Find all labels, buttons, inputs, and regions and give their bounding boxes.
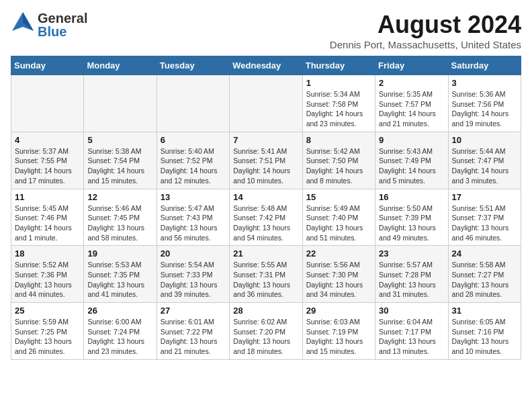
day-info: Sunrise: 5:41 AM Sunset: 7:51 PM Dayligh…: [233, 146, 298, 186]
logo-general: General: [38, 11, 87, 25]
day-info: Sunrise: 5:42 AM Sunset: 7:50 PM Dayligh…: [306, 146, 371, 186]
calendar-week-2: 4Sunrise: 5:37 AM Sunset: 7:55 PM Daylig…: [11, 132, 521, 189]
day-info: Sunrise: 5:40 AM Sunset: 7:52 PM Dayligh…: [161, 146, 226, 186]
day-number: 6: [161, 135, 226, 145]
column-header-wednesday: Wednesday: [230, 56, 302, 75]
day-info: Sunrise: 5:55 AM Sunset: 7:31 PM Dayligh…: [233, 260, 298, 300]
calendar-cell: [157, 75, 229, 132]
day-info: Sunrise: 5:51 AM Sunset: 7:37 PM Dayligh…: [452, 203, 517, 243]
day-info: Sunrise: 5:59 AM Sunset: 7:25 PM Dayligh…: [15, 317, 80, 357]
day-number: 15: [306, 192, 371, 202]
calendar-cell: 2Sunrise: 5:35 AM Sunset: 7:57 PM Daylig…: [375, 75, 448, 132]
day-info: Sunrise: 5:44 AM Sunset: 7:47 PM Dayligh…: [452, 146, 517, 186]
calendar-cell: 13Sunrise: 5:47 AM Sunset: 7:43 PM Dayli…: [157, 189, 229, 246]
calendar-cell: 21Sunrise: 5:55 AM Sunset: 7:31 PM Dayli…: [230, 246, 302, 303]
calendar-cell: 23Sunrise: 5:57 AM Sunset: 7:28 PM Dayli…: [375, 246, 448, 303]
day-number: 11: [15, 192, 80, 202]
calendar-cell: 28Sunrise: 6:02 AM Sunset: 7:20 PM Dayli…: [230, 303, 302, 360]
day-number: 3: [452, 78, 517, 88]
day-info: Sunrise: 5:48 AM Sunset: 7:42 PM Dayligh…: [233, 203, 298, 243]
column-header-friday: Friday: [375, 56, 448, 75]
logo: General Blue: [11, 11, 87, 38]
calendar-cell: 4Sunrise: 5:37 AM Sunset: 7:55 PM Daylig…: [11, 132, 84, 189]
calendar-cell: 20Sunrise: 5:54 AM Sunset: 7:33 PM Dayli…: [157, 246, 229, 303]
calendar-week-5: 25Sunrise: 5:59 AM Sunset: 7:25 PM Dayli…: [11, 303, 521, 360]
column-header-thursday: Thursday: [302, 56, 375, 75]
calendar-cell: 26Sunrise: 6:00 AM Sunset: 7:24 PM Dayli…: [84, 303, 157, 360]
day-number: 13: [161, 192, 226, 202]
day-info: Sunrise: 6:01 AM Sunset: 7:22 PM Dayligh…: [161, 317, 226, 357]
calendar-table: SundayMondayTuesdayWednesdayThursdayFrid…: [11, 56, 521, 360]
page-header: General Blue August 2024 Dennis Port, Ma…: [11, 11, 521, 50]
calendar-cell: [84, 75, 157, 132]
day-number: 18: [15, 248, 80, 259]
day-number: 20: [161, 248, 226, 259]
day-number: 26: [87, 306, 152, 316]
calendar-cell: 6Sunrise: 5:40 AM Sunset: 7:52 PM Daylig…: [157, 132, 229, 189]
day-info: Sunrise: 5:53 AM Sunset: 7:35 PM Dayligh…: [87, 260, 152, 300]
day-info: Sunrise: 5:35 AM Sunset: 7:57 PM Dayligh…: [379, 89, 444, 129]
day-info: Sunrise: 5:50 AM Sunset: 7:39 PM Dayligh…: [379, 203, 444, 243]
day-info: Sunrise: 5:49 AM Sunset: 7:40 PM Dayligh…: [306, 203, 371, 243]
day-info: Sunrise: 5:56 AM Sunset: 7:30 PM Dayligh…: [306, 260, 371, 300]
calendar-cell: 17Sunrise: 5:51 AM Sunset: 7:37 PM Dayli…: [448, 189, 521, 246]
calendar-cell: 25Sunrise: 5:59 AM Sunset: 7:25 PM Dayli…: [11, 303, 84, 360]
day-number: 14: [233, 192, 298, 202]
column-header-tuesday: Tuesday: [157, 56, 229, 75]
day-info: Sunrise: 6:00 AM Sunset: 7:24 PM Dayligh…: [87, 317, 152, 357]
calendar-cell: 3Sunrise: 5:36 AM Sunset: 7:56 PM Daylig…: [448, 75, 521, 132]
calendar-cell: 11Sunrise: 5:45 AM Sunset: 7:46 PM Dayli…: [11, 189, 84, 246]
calendar-cell: [11, 75, 84, 132]
month-year: August 2024: [330, 11, 521, 39]
day-info: Sunrise: 5:36 AM Sunset: 7:56 PM Dayligh…: [452, 89, 517, 129]
day-number: 4: [15, 135, 80, 145]
day-number: 7: [233, 135, 298, 145]
calendar-cell: 14Sunrise: 5:48 AM Sunset: 7:42 PM Dayli…: [230, 189, 302, 246]
calendar-cell: 1Sunrise: 5:34 AM Sunset: 7:58 PM Daylig…: [302, 75, 375, 132]
day-number: 25: [15, 306, 80, 316]
calendar-cell: 19Sunrise: 5:53 AM Sunset: 7:35 PM Dayli…: [84, 246, 157, 303]
day-number: 16: [379, 192, 444, 202]
column-header-saturday: Saturday: [448, 56, 521, 75]
calendar-cell: 24Sunrise: 5:58 AM Sunset: 7:27 PM Dayli…: [448, 246, 521, 303]
day-info: Sunrise: 5:58 AM Sunset: 7:27 PM Dayligh…: [452, 260, 517, 300]
day-info: Sunrise: 5:34 AM Sunset: 7:58 PM Dayligh…: [306, 89, 371, 129]
day-number: 23: [379, 248, 444, 259]
day-info: Sunrise: 6:03 AM Sunset: 7:19 PM Dayligh…: [306, 317, 371, 357]
calendar-cell: 27Sunrise: 6:01 AM Sunset: 7:22 PM Dayli…: [157, 303, 229, 360]
calendar-cell: [230, 75, 302, 132]
day-number: 30: [379, 306, 444, 316]
day-info: Sunrise: 6:05 AM Sunset: 7:16 PM Dayligh…: [452, 317, 517, 357]
day-number: 10: [452, 135, 517, 145]
day-number: 27: [161, 306, 226, 316]
logo-bird-icon: [11, 11, 35, 38]
calendar-cell: 16Sunrise: 5:50 AM Sunset: 7:39 PM Dayli…: [375, 189, 448, 246]
day-number: 19: [87, 248, 152, 259]
title-block: August 2024 Dennis Port, Massachusetts, …: [330, 11, 521, 50]
day-info: Sunrise: 5:37 AM Sunset: 7:55 PM Dayligh…: [15, 146, 80, 186]
column-header-sunday: Sunday: [11, 56, 84, 75]
calendar-cell: 31Sunrise: 6:05 AM Sunset: 7:16 PM Dayli…: [448, 303, 521, 360]
location: Dennis Port, Massachusetts, United State…: [330, 39, 521, 50]
calendar-cell: 7Sunrise: 5:41 AM Sunset: 7:51 PM Daylig…: [230, 132, 302, 189]
calendar-cell: 29Sunrise: 6:03 AM Sunset: 7:19 PM Dayli…: [302, 303, 375, 360]
day-number: 12: [87, 192, 152, 202]
day-number: 28: [233, 306, 298, 316]
day-info: Sunrise: 5:43 AM Sunset: 7:49 PM Dayligh…: [379, 146, 444, 186]
day-number: 24: [452, 248, 517, 259]
calendar-week-1: 1Sunrise: 5:34 AM Sunset: 7:58 PM Daylig…: [11, 75, 521, 132]
calendar-cell: 10Sunrise: 5:44 AM Sunset: 7:47 PM Dayli…: [448, 132, 521, 189]
day-info: Sunrise: 5:54 AM Sunset: 7:33 PM Dayligh…: [161, 260, 226, 300]
day-number: 29: [306, 306, 371, 316]
calendar-cell: 8Sunrise: 5:42 AM Sunset: 7:50 PM Daylig…: [302, 132, 375, 189]
calendar-cell: 18Sunrise: 5:52 AM Sunset: 7:36 PM Dayli…: [11, 246, 84, 303]
calendar-week-3: 11Sunrise: 5:45 AM Sunset: 7:46 PM Dayli…: [11, 189, 521, 246]
day-number: 21: [233, 248, 298, 259]
logo-blue: Blue: [38, 25, 87, 38]
logo-text: General Blue: [38, 11, 87, 38]
calendar-cell: 9Sunrise: 5:43 AM Sunset: 7:49 PM Daylig…: [375, 132, 448, 189]
day-info: Sunrise: 5:46 AM Sunset: 7:45 PM Dayligh…: [87, 203, 152, 243]
calendar-cell: 15Sunrise: 5:49 AM Sunset: 7:40 PM Dayli…: [302, 189, 375, 246]
calendar-cell: 22Sunrise: 5:56 AM Sunset: 7:30 PM Dayli…: [302, 246, 375, 303]
calendar-cell: 30Sunrise: 6:04 AM Sunset: 7:17 PM Dayli…: [375, 303, 448, 360]
